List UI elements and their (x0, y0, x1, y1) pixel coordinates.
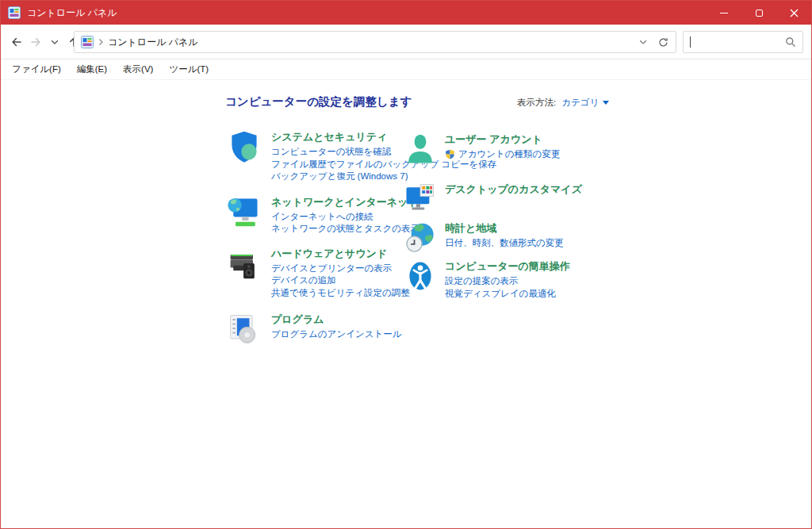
category-title-clock-region[interactable]: 時計と地域 (445, 221, 564, 236)
titlebar[interactable]: コントロール パネル (1, 1, 811, 25)
forward-button[interactable] (26, 33, 45, 52)
minimize-button[interactable] (707, 1, 741, 25)
program-disc-icon[interactable] (227, 312, 262, 347)
accessibility-icon[interactable] (404, 259, 437, 293)
menu-bar: ファイル(F) 編集(E) 表示(V) ツール(T) (1, 59, 811, 80)
category-text: ユーザー アカウント アカウントの種類の変更 (445, 132, 560, 161)
forward-arrow-icon (29, 36, 42, 48)
link-optimize-visual-display[interactable]: 視覚ディスプレイの最適化 (445, 288, 570, 301)
navigation-toolbar: コントロール パネル (1, 25, 811, 59)
printer-speaker-icon[interactable] (227, 246, 262, 281)
control-panel-icon (8, 6, 21, 19)
close-button[interactable] (776, 1, 811, 25)
link-view-devices-printers[interactable]: デバイスとプリンターの表示 (271, 263, 410, 275)
view-by-value: カテゴリ (561, 97, 599, 109)
uac-shield-icon (445, 149, 455, 159)
category-clock-region: 時計と地域 日付、時刻、数値形式の変更 (404, 220, 634, 255)
link-network-status-tasks[interactable]: ネットワークの状態とタスクの表示 (271, 223, 419, 236)
link-connect-internet[interactable]: インターネットへの接続 (271, 211, 419, 224)
menu-view[interactable]: 表示(V) (123, 63, 153, 75)
window-title: コントロール パネル (27, 6, 117, 20)
window-controls (707, 1, 811, 25)
link-adjust-mobility-settings[interactable]: 共通で使うモビリティ設定の調整 (271, 287, 410, 300)
desktop-theme-icon[interactable] (404, 182, 437, 217)
link-label: アカウントの種類の変更 (458, 148, 560, 161)
category-title-ease-of-access[interactable]: コンピューターの簡単操作 (445, 259, 570, 274)
category-ease-of-access: コンピューターの簡単操作 設定の提案の表示 視覚ディスプレイの最適化 (404, 259, 634, 300)
category-title-network-internet[interactable]: ネットワークとインターネット (271, 195, 419, 209)
link-change-account-type[interactable]: アカウントの種類の変更 (445, 148, 560, 161)
dropdown-caret-icon (603, 101, 609, 105)
category-programs: プログラム プログラムのアンインストール (227, 312, 437, 347)
control-panel-icon (81, 36, 94, 48)
category-title-programs[interactable]: プログラム (271, 312, 402, 327)
minimize-icon (720, 13, 728, 13)
view-by-dropdown[interactable]: カテゴリ (561, 97, 609, 109)
link-uninstall-program[interactable]: プログラムのアンインストール (271, 328, 402, 341)
view-by-label: 表示方法: (517, 97, 556, 109)
category-column-right: ユーザー アカウント アカウントの種類の変更 (404, 132, 634, 300)
recent-pages-dropdown[interactable] (45, 33, 64, 52)
link-suggest-settings[interactable]: 設定の提案の表示 (445, 275, 570, 288)
menu-edit[interactable]: 編集(E) (77, 63, 107, 75)
view-by-control: 表示方法: カテゴリ (517, 97, 609, 109)
menu-file[interactable]: ファイル(F) (12, 63, 61, 75)
security-shield-icon[interactable] (227, 129, 262, 164)
user-silhouette-icon[interactable] (404, 132, 437, 167)
address-bar-controls (638, 36, 669, 48)
address-dropdown-button[interactable] (638, 37, 648, 47)
page-title: コンピューターの設定を調整します (225, 94, 412, 109)
globe-clock-icon[interactable] (404, 220, 437, 255)
back-button[interactable] (7, 33, 26, 52)
network-monitor-globe-icon[interactable] (227, 194, 262, 229)
category-text: ネットワークとインターネット インターネットへの接続 ネットワークの状態とタスク… (271, 194, 419, 236)
nav-buttons (7, 33, 83, 52)
category-text: ハードウェアとサウンド デバイスとプリンターの表示 デバイスの追加 共通で使うモ… (271, 246, 410, 300)
category-text: プログラム プログラムのアンインストール (271, 312, 402, 341)
category-appearance-personalization: デスクトップのカスタマイズ (404, 182, 634, 217)
link-change-date-time-formats[interactable]: 日付、時刻、数値形式の変更 (445, 237, 564, 250)
breadcrumb[interactable]: コントロール パネル (108, 36, 198, 49)
category-text: コンピューターの簡単操作 設定の提案の表示 視覚ディスプレイの最適化 (445, 259, 570, 300)
category-title-hardware-sound[interactable]: ハードウェアとサウンド (271, 247, 410, 261)
chevron-down-icon (50, 37, 59, 47)
category-title-user-accounts[interactable]: ユーザー アカウント (445, 132, 560, 147)
category-user-accounts: ユーザー アカウント アカウントの種類の変更 (404, 132, 634, 167)
category-text: デスクトップのカスタマイズ (445, 182, 582, 198)
maximize-icon (756, 10, 763, 17)
refresh-button[interactable] (657, 36, 669, 48)
chevron-down-icon (638, 37, 648, 47)
refresh-icon (657, 36, 669, 48)
category-title-appearance[interactable]: デスクトップのカスタマイズ (445, 182, 582, 197)
address-bar[interactable]: コントロール パネル (74, 31, 676, 53)
search-icon (785, 36, 796, 48)
menu-tools[interactable]: ツール(T) (169, 63, 209, 75)
breadcrumb-chevron-icon (98, 38, 104, 46)
link-add-device[interactable]: デバイスの追加 (271, 274, 410, 287)
maximize-button[interactable] (741, 1, 776, 25)
search-box[interactable] (683, 31, 803, 53)
search-input[interactable] (691, 36, 785, 48)
close-icon (790, 9, 799, 17)
back-arrow-icon (10, 36, 23, 48)
category-text: 時計と地域 日付、時刻、数値形式の変更 (445, 220, 564, 250)
control-panel-window: コントロール パネル (0, 0, 812, 529)
